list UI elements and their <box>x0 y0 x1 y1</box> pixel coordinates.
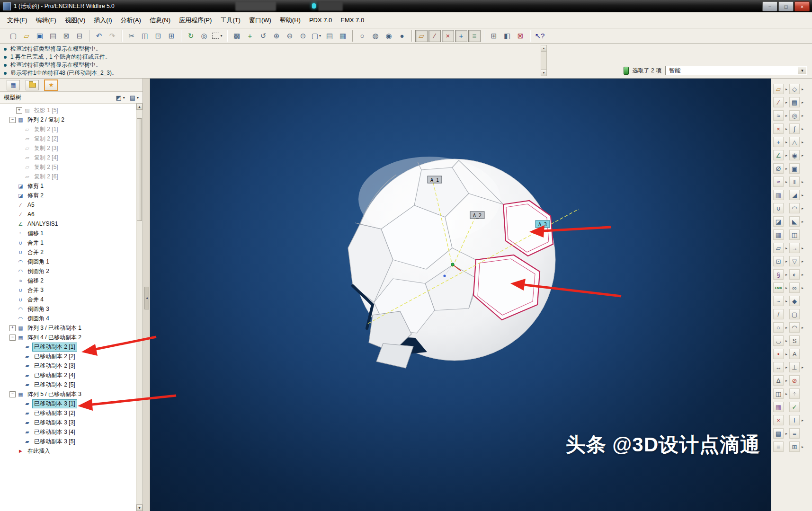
model-tree-tab[interactable]: ▦ <box>7 80 20 90</box>
flyout-arrow[interactable]: ▸ <box>800 273 805 277</box>
favorites-tab[interactable]: ★ <box>45 80 58 90</box>
wireframe-display-button[interactable]: ○ <box>356 30 368 42</box>
tree-item[interactable]: ◠倒圆角 2 <box>0 266 136 276</box>
flyout-arrow[interactable]: ▸ <box>800 193 805 197</box>
tree-item[interactable]: ▰已移动副本 3 [2] <box>0 408 136 418</box>
coord-system-tool[interactable]: + <box>773 137 784 147</box>
tree-item[interactable]: ▱复制 2 [5] <box>0 162 136 172</box>
tree-item[interactable]: ▱复制 2 [2] <box>0 134 136 143</box>
scroll-down-icon[interactable]: ▼ <box>541 70 546 76</box>
datum-label-a1[interactable]: A_1 <box>428 176 442 183</box>
annotations-toggle[interactable]: ≡ <box>468 30 481 42</box>
no-hidden-display-button[interactable]: ◉ <box>383 30 395 42</box>
menu-analysis[interactable]: 分析(A) <box>116 14 145 26</box>
flyout-arrow[interactable]: ▸ <box>784 87 789 91</box>
new-window-button[interactable]: ⊞ <box>488 30 500 42</box>
3d-viewport[interactable]: A_1 A_2 A_3 <box>150 79 771 511</box>
flyout-arrow[interactable]: ▸ <box>800 246 805 250</box>
flyout-arrow[interactable]: ▸ <box>784 326 789 330</box>
menu-pdx[interactable]: PDX 7.0 <box>305 15 336 26</box>
cut-button[interactable]: ✂ <box>125 30 138 42</box>
flyout-arrow[interactable]: ▸ <box>784 100 789 105</box>
flyout-arrow[interactable]: ▸ <box>800 220 805 224</box>
flyout-arrow[interactable]: ▸ <box>784 432 789 436</box>
tree-item[interactable]: ◠倒圆角 4 <box>0 314 136 323</box>
modify-tool[interactable]: Δ <box>773 375 784 386</box>
layer-display-tool[interactable]: ▤ <box>773 428 784 439</box>
draft-tool[interactable]: ◢ <box>789 190 800 200</box>
tree-item[interactable]: ∪合并 1 <box>0 238 136 247</box>
flyout-arrow[interactable]: ▸ <box>784 180 789 184</box>
datum-point-tool[interactable]: × <box>773 123 784 134</box>
tree-item[interactable]: ▱复制 2 [3] <box>0 143 136 153</box>
datum-axis-tool[interactable]: ∕ <box>773 97 784 107</box>
maximize-button[interactable]: □ <box>778 1 794 11</box>
print-button[interactable]: ▤ <box>47 30 59 42</box>
extend-tool[interactable]: → <box>789 243 800 253</box>
merge-tool[interactable]: ∪ <box>773 203 784 213</box>
hole-tool[interactable]: ◉ <box>789 150 800 160</box>
scroll-down-icon[interactable]: ▼ <box>136 504 143 511</box>
expand-toggle[interactable]: + <box>9 325 16 331</box>
datum-curve-tool[interactable]: ≈ <box>773 110 784 121</box>
menu-view[interactable]: 视图(V) <box>61 14 89 26</box>
tree-item[interactable]: ▰已移动副本 3 [4] <box>0 427 136 437</box>
dimension-tool[interactable]: ↔ <box>773 362 784 372</box>
flyout-arrow[interactable]: ▸ <box>800 445 805 449</box>
undo-button[interactable]: ↶ <box>93 30 105 42</box>
menu-help[interactable]: 帮助(H) <box>276 14 305 26</box>
tree-item[interactable]: ◪修剪 2 <box>0 191 136 200</box>
flyout-arrow[interactable]: ▸ <box>784 299 789 303</box>
arc-tool[interactable]: ◠ <box>789 322 800 333</box>
orient-mode-button[interactable]: ↺ <box>257 30 269 42</box>
minimize-button[interactable]: − <box>762 1 777 11</box>
circle-tool[interactable]: ○ <box>773 322 784 333</box>
flyout-arrow[interactable]: ▸ <box>800 206 805 211</box>
datum-axes-toggle[interactable]: ∕ <box>428 30 441 42</box>
datum-points-toggle[interactable]: × <box>442 30 454 42</box>
wrap-tool[interactable]: ◐ <box>789 269 800 280</box>
flyout-arrow[interactable]: ▸ <box>800 140 805 144</box>
revolve-tool[interactable]: ◎ <box>789 110 800 121</box>
erase-display-button[interactable]: ⊠ <box>60 30 72 42</box>
menu-tools[interactable]: 工具(T) <box>216 14 245 26</box>
tree-item[interactable]: ∪合并 2 <box>0 247 136 257</box>
zoom-in-button[interactable]: ⊕ <box>270 30 283 42</box>
menu-info[interactable]: 信息(N) <box>145 14 175 26</box>
menu-file[interactable]: 文件(F) <box>3 14 32 26</box>
tree-item[interactable]: ▰已移动副本 3 [3] <box>0 418 136 427</box>
rectangle-tool[interactable]: ▢ <box>789 309 800 319</box>
tree-item[interactable]: ◪修剪 1 <box>0 181 136 191</box>
trim-tool[interactable]: ◪ <box>773 216 784 227</box>
delete-segment-tool[interactable]: ⊘ <box>789 375 800 386</box>
paste-special-button[interactable]: ⊞ <box>165 30 178 42</box>
flyout-arrow[interactable]: ▸ <box>784 140 789 144</box>
tree-item[interactable]: ≈偏移 2 <box>0 276 136 285</box>
menu-insert[interactable]: 插入(I) <box>89 14 116 26</box>
spin-center-button[interactable]: + <box>244 30 256 42</box>
message-scrollbar[interactable]: ▲ ▼ <box>541 45 547 76</box>
flyout-arrow[interactable]: ▸ <box>784 114 789 118</box>
flyout-arrow[interactable]: ▸ <box>784 392 789 396</box>
selected-items-icon[interactable] <box>624 67 629 75</box>
tree-item[interactable]: ▱复制 2 [1] <box>0 124 136 134</box>
constraint-tool[interactable]: ⊥ <box>789 362 800 372</box>
datum-label-a3[interactable]: A_3 <box>535 220 550 228</box>
flyout-arrow[interactable]: ▸ <box>784 153 789 158</box>
shaded-display-button[interactable]: ● <box>396 30 408 42</box>
scrollbar-thumb[interactable] <box>137 118 142 221</box>
program-tool[interactable]: ≡ <box>773 441 784 452</box>
chamfer-tool[interactable]: ◣ <box>789 216 800 227</box>
flyout-arrow[interactable]: ▸ <box>800 114 805 118</box>
datum-label-a2[interactable]: A_2 <box>470 211 484 219</box>
flyout-arrow[interactable]: ▸ <box>800 286 805 290</box>
flyout-arrow[interactable]: ▸ <box>800 259 805 264</box>
refit-button[interactable]: ⊙ <box>297 30 309 42</box>
flyout-arrow[interactable]: ▸ <box>784 167 789 171</box>
flyout-arrow[interactable]: ▸ <box>800 100 805 105</box>
tree-item[interactable]: −▦阵列 5 / 已移动副本 3 <box>0 389 136 399</box>
mirror-sketch-tool[interactable]: ◫ <box>773 388 784 399</box>
zoom-out-button[interactable]: ⊖ <box>284 30 296 42</box>
tree-item[interactable]: ▰已移动副本 2 [2] <box>0 352 136 361</box>
pattern-tool[interactable]: ▦ <box>773 229 784 240</box>
